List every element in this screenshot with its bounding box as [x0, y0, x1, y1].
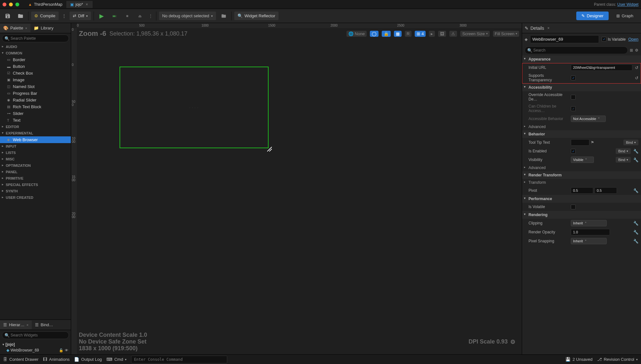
palette-category-optimization[interactable]: OPTIMIZATION	[0, 162, 71, 169]
is-enabled-checkbox[interactable]	[571, 149, 576, 154]
widget-tab[interactable]: ▣ jojo* ×	[66, 1, 93, 8]
wrench-icon[interactable]: 🔧	[633, 239, 638, 244]
snap-button[interactable]: ▸	[429, 31, 435, 37]
override-accessible-checkbox[interactable]	[571, 95, 576, 100]
play-button[interactable]: ▶	[96, 11, 107, 21]
debug-object-select[interactable]: No debug object selected ▾	[159, 12, 216, 20]
palette-tab[interactable]: 🎨 Palette ×	[0, 24, 30, 32]
graph-mode-button[interactable]: ⊞ Graph	[611, 12, 638, 20]
advanced-accessibility[interactable]: Advanced	[522, 123, 641, 130]
hierarchy-search-input[interactable]	[2, 331, 69, 339]
widget-reflector-button[interactable]: 🔍 Widget Reflector	[234, 12, 279, 20]
supports-transparency-checkbox[interactable]	[571, 76, 576, 80]
step-button[interactable]: ⏭	[109, 11, 120, 21]
compile-options[interactable]: ⋮	[61, 11, 67, 21]
parent-class-link[interactable]: User Widget	[617, 2, 638, 7]
compile-button[interactable]: ⚙ Compile	[31, 12, 59, 20]
palette-category-editor[interactable]: EDITOR	[0, 124, 71, 130]
initial-url-input[interactable]	[571, 64, 632, 71]
palette-item-radialslider[interactable]: ◉Radial Slider	[0, 97, 71, 103]
respect-toggle[interactable]: R	[405, 31, 412, 37]
play-options[interactable]: ⋮	[148, 11, 154, 21]
diff-button[interactable]: ⇄ Diff ▾	[70, 12, 91, 20]
widget-name-input[interactable]	[530, 35, 599, 43]
visibility-select[interactable]: Visible	[571, 157, 594, 163]
animations-button[interactable]: 🎞Animations	[43, 357, 70, 362]
designer-mode-button[interactable]: ✎ Designer	[576, 12, 609, 20]
flag-icon[interactable]: ⚑	[591, 140, 594, 145]
reset-icon[interactable]: ↺	[635, 65, 638, 70]
pivot-x-input[interactable]	[571, 187, 593, 194]
palette-item-button[interactable]: ▬Button	[0, 63, 71, 70]
wrench-icon[interactable]: 🔧	[633, 188, 638, 193]
fill-screen-select[interactable]: Fill Screen ▾	[493, 31, 519, 37]
wrench-icon[interactable]: 🔧	[633, 230, 638, 235]
cmd-select[interactable]: ⌨Cmd▾	[106, 357, 127, 362]
debug-browse-button[interactable]	[219, 11, 229, 21]
is-volatile-checkbox[interactable]	[571, 205, 576, 209]
palette-category-experimental[interactable]: EXPERIMENTAL	[0, 130, 71, 136]
grid-view-icon[interactable]: ⊞	[630, 48, 633, 53]
palette-item-image[interactable]: ▣Image	[0, 77, 71, 83]
open-link[interactable]: Open	[628, 37, 638, 42]
palette-category-audio[interactable]: AUDIO	[0, 44, 71, 50]
console-input[interactable]	[131, 356, 227, 363]
palette-item-webbrowser[interactable]: ◆Web Browser	[0, 136, 71, 143]
gear-icon[interactable]: ⚙	[635, 48, 638, 53]
canvas[interactable]: · · · ·	[77, 28, 522, 354]
palette-item-progressbar[interactable]: ▭Progress Bar	[0, 90, 71, 97]
wrench-icon[interactable]: 🔧	[633, 158, 638, 162]
palette-item-text[interactable]: TText	[0, 117, 71, 124]
palette-search-input[interactable]	[2, 35, 69, 42]
unlock-icon[interactable]: 🔓	[59, 348, 63, 352]
reset-icon[interactable]: ↺	[635, 76, 638, 80]
palette-item-namedslot[interactable]: ◫Named Slot	[0, 83, 71, 90]
image-toggle[interactable]: 🖼	[438, 31, 446, 37]
palette-item-slider[interactable]: ⊶Slider	[0, 110, 71, 117]
close-window[interactable]	[3, 3, 6, 6]
close-icon[interactable]: ×	[26, 323, 28, 327]
hierarchy-tab[interactable]: ☰ Hierar… ×	[0, 320, 32, 329]
localization-button[interactable]: 🌐None	[346, 31, 367, 37]
palette-item-border[interactable]: ▭Border	[0, 56, 71, 63]
details-search-input[interactable]	[525, 46, 628, 54]
wrench-icon[interactable]: 🔧	[633, 221, 638, 226]
render-opacity-input[interactable]	[571, 229, 610, 235]
outline-toggle[interactable]: ◯	[370, 31, 379, 37]
section-performance[interactable]: Performance	[522, 195, 641, 203]
minimize-window[interactable]	[9, 3, 13, 6]
section-appearance[interactable]: Appearance	[522, 55, 641, 63]
palette-category-common[interactable]: COMMON	[0, 50, 71, 56]
palette-category-special[interactable]: SPECIAL EFFECTS	[0, 182, 71, 188]
hierarchy-item-webbrowser[interactable]: ◆ WebBrowser_69 🔓 👁	[0, 347, 71, 353]
section-render-transform[interactable]: Render Transform	[522, 171, 641, 179]
transform-expand[interactable]: Transform	[522, 179, 641, 186]
bind-tab[interactable]: ☰ Bind…	[32, 320, 56, 329]
grid-toggle[interactable]: ⊞4	[415, 31, 426, 37]
details-body[interactable]: Appearance Initial URL ↺ Supports Transp…	[522, 55, 641, 354]
library-tab[interactable]: 📁 Library	[30, 24, 57, 32]
hierarchy-root[interactable]: ▾ [jojo]	[0, 342, 71, 347]
is-variable-toggle[interactable]: Is Variable	[602, 37, 626, 42]
bind-button[interactable]: Bind▾	[616, 157, 631, 163]
palette-item-richtext[interactable]: ▤Rich Text Block	[0, 103, 71, 110]
palette-category-lists[interactable]: LISTS	[0, 150, 71, 156]
section-rendering[interactable]: Rendering	[522, 211, 641, 219]
stop-button[interactable]: ■	[122, 11, 132, 21]
unsaved-button[interactable]: 💾2 Unsaved	[565, 357, 592, 362]
map-tab[interactable]: ▲ ThirdPersonMap	[24, 1, 66, 8]
zoom-window[interactable]	[15, 3, 19, 6]
palette-category-synth[interactable]: SYNTH	[0, 188, 71, 194]
close-icon[interactable]: ×	[547, 26, 550, 30]
browse-button[interactable]	[15, 11, 26, 21]
lock-toggle[interactable]: 🔒	[382, 31, 391, 37]
bind-button[interactable]: Bind▾	[616, 148, 631, 154]
section-behavior[interactable]: Behavior	[522, 130, 641, 138]
tooltip-input[interactable]	[571, 139, 589, 146]
selected-widget-outline[interactable]: · · · ·	[120, 67, 269, 148]
wrench-icon[interactable]: 🔧	[633, 149, 638, 154]
palette-category-input[interactable]: INPUT	[0, 143, 71, 150]
palette-category-user[interactable]: USER CREATED	[0, 194, 71, 201]
palette-category-misc[interactable]: MISC	[0, 156, 71, 162]
output-log-button[interactable]: 📄Output Log	[74, 357, 102, 362]
